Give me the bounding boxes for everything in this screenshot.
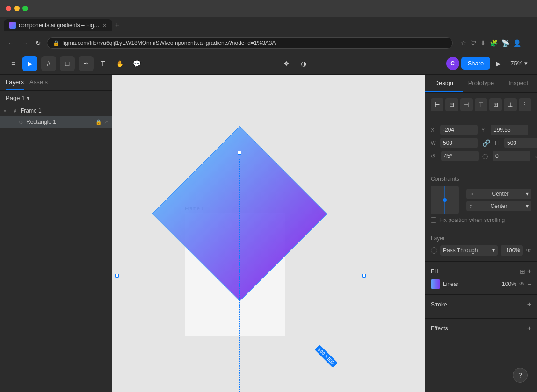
constraint-center-dot xyxy=(443,198,447,202)
right-panel: Design Prototype Inspect ⊢ ⊟ ⊣ ⊤ ⊞ ⊥ xyxy=(425,75,537,392)
comment-tool[interactable]: 💬 xyxy=(129,56,144,71)
component-tool[interactable]: ❖ xyxy=(279,56,294,71)
tab-layers[interactable]: Layers xyxy=(6,78,24,90)
frame-tool[interactable]: # xyxy=(41,56,56,71)
select-tool[interactable]: ▶ xyxy=(22,56,37,71)
x-label: X xyxy=(431,127,436,133)
align-left-button[interactable]: ⊢ xyxy=(431,98,443,111)
add-tab-button[interactable]: + xyxy=(115,21,119,29)
opacity-input[interactable] xyxy=(501,245,523,256)
link-icon[interactable]: 🔗 xyxy=(482,139,490,147)
chevron-down-icon: ▾ xyxy=(524,60,528,67)
menu-button[interactable]: ≡ xyxy=(6,56,21,71)
fill-grid-button[interactable]: ⊞ xyxy=(520,268,525,275)
traffic-light-yellow[interactable] xyxy=(14,6,20,11)
tab-inspect[interactable]: Inspect xyxy=(500,75,537,92)
v-constraint-select[interactable]: ↕ Center ▾ xyxy=(466,201,531,211)
h-input[interactable] xyxy=(504,138,537,148)
lock-layer-icon[interactable]: 🔒 xyxy=(95,119,102,125)
effects-add-button[interactable]: + xyxy=(527,324,531,333)
menu-dots-icon[interactable]: ⋯ xyxy=(525,39,531,47)
align-bottom-button[interactable]: ⊥ xyxy=(504,98,516,111)
rotation-label: ↺ xyxy=(431,153,437,159)
chevron-down-icon: ▾ xyxy=(27,94,30,101)
handle-right[interactable] xyxy=(362,274,366,278)
layer-item-frame1[interactable]: ▾ # Frame 1 xyxy=(0,105,112,116)
v-constraint-icon: ↕ xyxy=(469,203,472,209)
rotation-row: ↺ ◯ ⤢ xyxy=(431,151,531,161)
pen-tool[interactable]: ✒ xyxy=(79,56,94,71)
link-layer-icon[interactable]: ↗ xyxy=(104,119,108,125)
effects-title: Effects xyxy=(431,325,448,332)
constraints-title: Constraints xyxy=(431,176,531,182)
y-input[interactable] xyxy=(491,125,528,135)
canvas[interactable]: Frame 1 500 × 500 xyxy=(112,75,425,392)
w-input[interactable] xyxy=(440,138,478,148)
align-row-1: ⊢ ⊟ ⊣ ⊤ ⊞ ⊥ ⋮ xyxy=(431,98,531,111)
traffic-light-red[interactable] xyxy=(6,6,11,11)
blend-mode-select[interactable]: Pass Through ▾ xyxy=(440,245,498,256)
text-icon: T xyxy=(101,60,105,67)
layer-item-rect1[interactable]: ◇ Rectangle 1 🔒 ↗ xyxy=(0,116,112,128)
handle-left[interactable] xyxy=(115,274,119,278)
shield-icon[interactable]: 🛡 xyxy=(470,39,477,47)
right-panel-tabs: Design Prototype Inspect xyxy=(425,75,537,93)
handle-top[interactable] xyxy=(238,151,241,155)
cursor-icon: ▶ xyxy=(28,60,33,67)
title-bar xyxy=(0,0,537,17)
text-tool[interactable]: T xyxy=(95,56,110,71)
align-center-h-button[interactable]: ⊟ xyxy=(445,98,458,111)
mask-tool[interactable]: ◑ xyxy=(296,56,311,71)
constraints-widget xyxy=(431,186,459,214)
align-center-v-button[interactable]: ⊞ xyxy=(489,98,502,111)
mask-icon: ◑ xyxy=(301,60,306,67)
active-tab[interactable]: components.ai gradients – Fig… ✕ xyxy=(4,19,112,31)
page-selector[interactable]: Page 1 ▾ xyxy=(6,94,30,101)
fill-visible-button[interactable]: 👁 xyxy=(519,281,525,287)
download-icon[interactable]: ⬇ xyxy=(480,39,486,47)
extensions-icon[interactable]: 🧩 xyxy=(490,39,498,47)
share-button[interactable]: Share xyxy=(461,57,491,70)
shape-tool[interactable]: □ xyxy=(60,56,75,71)
tab-assets[interactable]: Assets xyxy=(29,78,48,90)
align-right-button[interactable]: ⊣ xyxy=(460,98,473,111)
fill-delete-button[interactable]: − xyxy=(528,280,531,288)
fix-position-checkbox[interactable] xyxy=(431,217,436,223)
frame1-label: Frame 1 xyxy=(21,107,108,114)
rotation-input[interactable] xyxy=(441,151,479,161)
play-button[interactable]: ▶ xyxy=(492,58,505,69)
traffic-light-green[interactable] xyxy=(22,6,28,11)
x-input[interactable] xyxy=(440,125,478,135)
stroke-header: Stroke + xyxy=(431,300,531,309)
url-bar[interactable]: 🔒 figma.com/file/rva6qljl1yEW18MOnmiSWl/… xyxy=(47,37,453,49)
stroke-title: Stroke xyxy=(431,301,447,308)
reload-button[interactable]: ↻ xyxy=(34,37,43,49)
radius-input[interactable] xyxy=(493,151,530,161)
h-constraint-value: Center xyxy=(492,191,508,197)
stroke-add-button[interactable]: + xyxy=(527,300,531,309)
tab-prototype[interactable]: Prototype xyxy=(463,75,500,92)
radius-label: ◯ xyxy=(482,153,489,159)
distribute-button[interactable]: ⋮ xyxy=(519,98,531,111)
profile-icon[interactable]: 👤 xyxy=(513,39,521,47)
canvas-content: Frame 1 500 × 500 xyxy=(112,75,425,392)
fill-add-button[interactable]: + xyxy=(527,267,531,276)
panel-header: Page 1 ▾ xyxy=(0,91,112,105)
cast-icon[interactable]: 📡 xyxy=(501,39,509,47)
constraints-section: Constraints ↔ Center ▾ ↕ xyxy=(425,170,537,229)
zoom-control[interactable]: 75% ▾ xyxy=(507,58,531,69)
eye-button[interactable]: 👁 xyxy=(526,247,531,254)
fill-swatch[interactable] xyxy=(431,279,440,289)
bookmark-icon[interactable]: ☆ xyxy=(460,39,466,47)
clip-content-icon[interactable]: ⤢ xyxy=(535,153,537,159)
h-constraint-select[interactable]: ↔ Center ▾ xyxy=(466,189,531,199)
fix-position-row: Fix position when scrolling xyxy=(431,217,531,223)
forward-button[interactable]: → xyxy=(20,37,30,49)
panel-tabs: Layers Assets xyxy=(0,75,112,91)
tab-design[interactable]: Design xyxy=(425,75,463,92)
tab-close-icon[interactable]: ✕ xyxy=(102,22,107,29)
back-button[interactable]: ← xyxy=(6,37,16,49)
help-button[interactable]: ? xyxy=(513,368,528,383)
hand-tool[interactable]: ✋ xyxy=(112,56,127,71)
align-top-button[interactable]: ⊤ xyxy=(475,98,487,111)
